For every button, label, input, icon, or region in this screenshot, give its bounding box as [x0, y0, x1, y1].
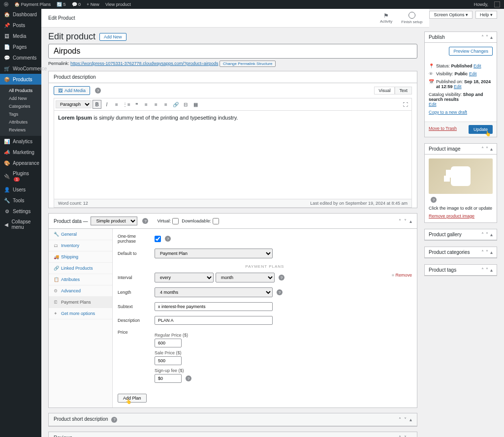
- fullscreen-icon[interactable]: ⛶: [401, 100, 410, 109]
- move-to-trash-link[interactable]: Move to Trash: [429, 126, 457, 131]
- help-icon[interactable]: ?: [142, 218, 148, 224]
- sidebar-item-appearance[interactable]: 🎨Appearance: [0, 157, 41, 168]
- view-product[interactable]: View product: [105, 2, 131, 7]
- copy-draft-link[interactable]: Copy to a new draft: [429, 110, 467, 115]
- updates-count[interactable]: 🔄 5: [57, 2, 66, 7]
- comments-count[interactable]: 💬 0: [72, 2, 81, 7]
- align-center-icon[interactable]: ≡: [152, 100, 160, 109]
- paragraph-select[interactable]: Paragraph: [56, 100, 92, 108]
- submenu-add-new[interactable]: Add New: [0, 94, 41, 102]
- panel-up-icon[interactable]: ˄: [481, 232, 484, 237]
- sidebar-item-marketing[interactable]: 📣Marketing: [0, 147, 41, 157]
- panel-toggle-icon[interactable]: ▴: [490, 146, 493, 152]
- italic-icon[interactable]: I: [102, 100, 111, 109]
- submenu-reviews[interactable]: Reviews: [0, 126, 41, 134]
- submenu-all-products[interactable]: All Products: [0, 87, 41, 94]
- update-button[interactable]: Update: [469, 125, 493, 134]
- help-icon[interactable]: ?: [186, 375, 191, 381]
- edit-date-link[interactable]: Edit: [454, 84, 462, 89]
- panel-toggle-icon[interactable]: ▴: [410, 417, 412, 422]
- help-icon[interactable]: ?: [431, 197, 437, 203]
- sidebar-item-posts[interactable]: 📌Posts: [0, 20, 41, 31]
- edit-status-link[interactable]: Edit: [473, 63, 481, 68]
- sale-price-input[interactable]: [155, 356, 182, 365]
- sidebar-item-tools[interactable]: 🔧Tools: [0, 195, 41, 206]
- sidebar-item-users[interactable]: 👤Users: [0, 184, 41, 195]
- panel-toggle-icon[interactable]: ▴: [490, 34, 493, 40]
- sidebar-item-analytics[interactable]: 📊Analytics: [0, 136, 41, 147]
- panel-down-icon[interactable]: ˅: [486, 34, 488, 40]
- text-tab[interactable]: Text: [395, 87, 412, 94]
- sidebar-item-plugins[interactable]: 🔌Plugins 1: [0, 168, 41, 184]
- edit-visibility-link[interactable]: Edit: [469, 71, 477, 76]
- bold-icon[interactable]: B: [93, 100, 101, 109]
- sidebar-item-comments[interactable]: 💬Comments: [0, 52, 41, 63]
- regular-price-input[interactable]: [155, 339, 182, 347]
- help-icon[interactable]: ?: [277, 289, 283, 295]
- tab-general[interactable]: 🔧General: [49, 229, 112, 240]
- howdy[interactable]: Howdy,: [474, 2, 488, 7]
- add-new-button[interactable]: Add New: [99, 33, 126, 41]
- remove-plan-link[interactable]: Remove: [392, 273, 412, 278]
- panel-down-icon[interactable]: ˅: [404, 435, 407, 437]
- tab-get-more-options[interactable]: ✦Get more options: [49, 308, 112, 319]
- panel-down-icon[interactable]: ˅: [486, 232, 488, 237]
- wp-logo-icon[interactable]: ⓦ: [4, 1, 8, 8]
- subtext-input[interactable]: [155, 302, 273, 311]
- insert-more-icon[interactable]: ⊟: [181, 100, 190, 109]
- preview-changes-button[interactable]: Preview Changes: [449, 47, 493, 56]
- panel-toggle-icon[interactable]: ▴: [410, 218, 412, 224]
- panel-toggle-icon[interactable]: ▴: [490, 232, 493, 237]
- new-content[interactable]: + New: [87, 2, 99, 7]
- tab-payment-plans[interactable]: 🗓Payment Plans: [49, 297, 112, 308]
- submenu-tags[interactable]: Tags: [0, 110, 41, 118]
- quote-icon[interactable]: ❝: [132, 100, 141, 109]
- product-image-thumbnail[interactable]: [429, 158, 493, 194]
- toolbar-toggle-icon[interactable]: ▦: [191, 100, 200, 109]
- panel-down-icon[interactable]: ˅: [486, 250, 488, 255]
- tab-attributes[interactable]: 📋Attributes: [49, 274, 112, 285]
- align-right-icon[interactable]: ≡: [161, 100, 170, 109]
- panel-down-icon[interactable]: ˅: [486, 146, 488, 152]
- sidebar-item-media[interactable]: 🖼Media: [0, 31, 41, 41]
- sidebar-item-settings[interactable]: ⚙Settings: [0, 206, 41, 217]
- interval-unit-select[interactable]: month: [216, 273, 275, 282]
- help-icon[interactable]: ?: [95, 88, 101, 94]
- tab-shipping[interactable]: 🚚Shipping: [49, 251, 112, 263]
- change-permalink-button[interactable]: Change Permalink Structure: [220, 61, 276, 67]
- sidebar-item-products[interactable]: 📦Products: [0, 74, 41, 85]
- edit-catalog-link[interactable]: Edit: [429, 102, 437, 107]
- panel-up-icon[interactable]: ˄: [399, 218, 401, 224]
- add-plan-button[interactable]: Add Plan: [118, 394, 147, 403]
- sidebar-item-woocommerce[interactable]: 🛒WooCommerce: [0, 63, 41, 74]
- tab-advanced[interactable]: ⚙Advanced: [49, 285, 112, 297]
- panel-toggle-icon[interactable]: ▴: [490, 267, 493, 273]
- panel-up-icon[interactable]: ˄: [481, 267, 484, 273]
- product-title-input[interactable]: [48, 44, 417, 59]
- one-time-checkbox[interactable]: [155, 236, 161, 242]
- sidebar-item-collapse-menu[interactable]: ◀Collapse menu: [0, 217, 41, 232]
- product-type-select[interactable]: Simple product: [91, 217, 137, 225]
- panel-down-icon[interactable]: ˅: [404, 417, 407, 422]
- interval-every-select[interactable]: every: [155, 273, 214, 282]
- visual-tab[interactable]: Visual: [374, 87, 395, 94]
- panel-up-icon[interactable]: ˄: [399, 417, 401, 422]
- downloadable-checkbox[interactable]: Downloadable:: [182, 218, 219, 224]
- panel-up-icon[interactable]: ˄: [481, 250, 484, 255]
- tab-linked-products[interactable]: 🔗Linked Products: [49, 263, 112, 274]
- help-icon[interactable]: ?: [165, 236, 171, 242]
- submenu-attributes[interactable]: Attributes: [0, 118, 41, 126]
- sidebar-item-pages[interactable]: 📄Pages: [0, 41, 41, 52]
- add-media-button[interactable]: 🖼Add Media: [54, 86, 90, 95]
- length-select[interactable]: 4 months: [155, 287, 273, 297]
- default-to-select[interactable]: Payment Plan: [155, 249, 273, 258]
- sidebar-item-dashboard[interactable]: 🏠Dashboard: [0, 9, 41, 20]
- activity-icon[interactable]: ⚑Activity: [380, 12, 392, 24]
- panel-up-icon[interactable]: ˄: [399, 435, 401, 437]
- panel-down-icon[interactable]: ˅: [486, 267, 488, 273]
- avatar-icon[interactable]: [494, 1, 500, 7]
- panel-up-icon[interactable]: ˄: [481, 146, 484, 152]
- finish-setup-icon[interactable]: Finish setup: [401, 12, 422, 24]
- number-list-icon[interactable]: ⋮≡: [122, 100, 131, 109]
- panel-down-icon[interactable]: ˅: [404, 218, 407, 224]
